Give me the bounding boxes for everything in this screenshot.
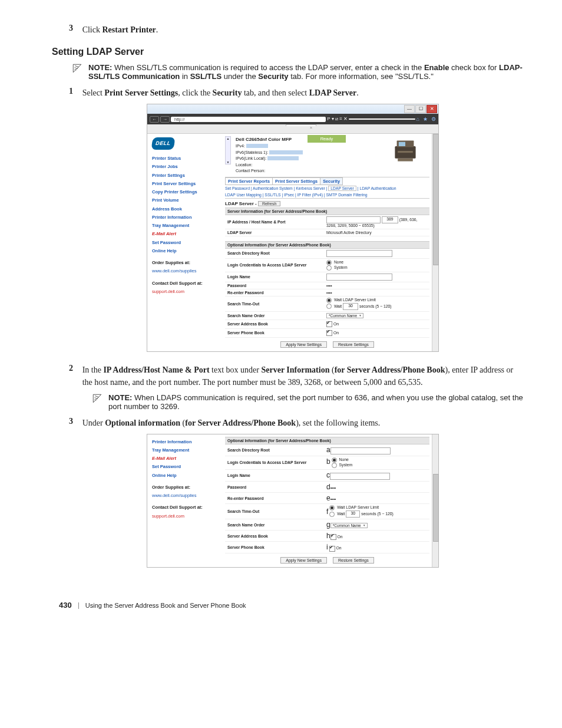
device-info: Dell C2665dnf Color MFP IPv4: 000.000.0.…	[236, 136, 303, 174]
radio-wait-srv[interactable]	[329, 505, 335, 510]
port-input[interactable]: 389	[382, 216, 398, 223]
order-supplies-link[interactable]: www.dell.com/supplies	[152, 267, 223, 275]
contact-dell-link[interactable]: support.dell.com	[152, 512, 223, 521]
contact-dell-label: Contact Dell Support at:	[152, 279, 223, 288]
sidebar-item-email-alert[interactable]: E-Mail Alert	[152, 230, 223, 238]
scrollbar[interactable]: ▲▼	[225, 136, 231, 164]
radio-wait-srv[interactable]	[326, 298, 332, 303]
page-number: 430	[59, 601, 72, 610]
order-supplies-label: Order Supplies at:	[152, 259, 223, 267]
note-block: NOTE: When SSL/TLS communication is requ…	[72, 63, 527, 81]
callout-h: h	[326, 532, 330, 540]
refresh-button[interactable]: Refresh	[258, 201, 281, 206]
sidebar-item-printer-jobs[interactable]: Printer Jobs	[152, 163, 223, 171]
screenshot-optional-info: Printer Information Tray Management E-Ma…	[147, 434, 439, 568]
login-input[interactable]	[326, 274, 392, 281]
search-name-order-select[interactable]: *Common Name	[326, 313, 363, 318]
radio-system[interactable]	[326, 265, 332, 271]
chk-spb[interactable]	[326, 330, 332, 336]
repassword-input[interactable]: ••••	[326, 291, 332, 295]
sidebar-item-print-server-settings[interactable]: Print Server Settings	[152, 180, 223, 188]
radio-none[interactable]	[332, 457, 337, 463]
home-icon[interactable]: ⌂	[416, 116, 419, 122]
note-icon	[92, 393, 103, 406]
sidebar-item-printer-status[interactable]: Printer Status	[152, 154, 223, 163]
wait-input[interactable]: 30	[346, 510, 360, 518]
chk-sab[interactable]	[330, 534, 336, 540]
sidebar-item-print-volume[interactable]: Print Volume	[152, 196, 223, 205]
fwd-button[interactable]: →	[160, 116, 170, 123]
sidebar-item-online-help[interactable]: Online Help	[152, 247, 223, 255]
restore-button[interactable]: Restore Settings	[333, 341, 374, 348]
note-label: NOTE:	[108, 393, 132, 402]
optional-info-table: Optional Information (for Server Address…	[225, 437, 429, 554]
sublinks-row1: Set Password | Authentication System | K…	[225, 185, 429, 192]
sidebar-item-copy-printer-settings[interactable]: Copy Printer Settings	[152, 188, 223, 196]
contact-dell-link[interactable]: support.dell.com	[152, 288, 223, 296]
button-row: Apply New Settings Restore Settings	[225, 338, 429, 351]
sublink-ldap-server[interactable]: LDAP Server	[328, 186, 356, 191]
password-input[interactable]: ••••	[326, 284, 332, 288]
row-ldapsrv-value: Microsoft Active Directory	[324, 229, 429, 236]
gear-icon[interactable]: ⚙	[431, 116, 436, 122]
search-name-order-select[interactable]: *Common Name	[330, 523, 368, 528]
sidebar-item-email-alert[interactable]: E-Mail Alert	[152, 454, 223, 463]
max-button[interactable]: ☐	[415, 105, 426, 113]
close-icon[interactable]: ×	[310, 126, 312, 130]
login-input[interactable]	[330, 473, 390, 480]
radio-wait[interactable]	[329, 512, 335, 517]
scrollbar[interactable]	[432, 434, 438, 567]
inner-tabs: Print Server Reports Print Server Settin…	[225, 177, 429, 185]
host-input[interactable]	[326, 216, 381, 223]
th-optional: Optional Information (for Server Address…	[225, 437, 429, 444]
callout-a: a	[326, 446, 330, 454]
step-number: 2	[59, 364, 73, 373]
sidebar-item-tray-management[interactable]: Tray Management	[152, 446, 223, 454]
password-input[interactable]: ••••	[330, 486, 336, 490]
wait-input[interactable]: 30	[343, 303, 358, 310]
callout-e: e	[326, 494, 330, 502]
sidebar-item-printer-information[interactable]: Printer Information	[152, 213, 223, 222]
sublinks-row2: LDAP User Mapping | SSL/TLS | IPsec | IP…	[225, 192, 429, 199]
section-heading: Setting LDAP Server	[52, 47, 527, 57]
row-ip-label: IP Address / Host Name & Port	[225, 215, 324, 229]
order-supplies-link[interactable]: www.dell.com/supplies	[152, 492, 223, 500]
apply-button[interactable]: Apply New Settings	[280, 557, 327, 564]
radio-wait[interactable]	[326, 304, 332, 309]
sidebar-item-tray-management[interactable]: Tray Management	[152, 222, 223, 230]
tab-print-server-settings[interactable]: Print Server Settings	[272, 177, 320, 185]
sidebar-item-printer-settings[interactable]: Printer Settings	[152, 172, 223, 180]
sidebar-item-online-help[interactable]: Online Help	[152, 472, 223, 480]
star-icon[interactable]: ★	[423, 116, 428, 122]
address-tab[interactable]	[349, 118, 415, 120]
browser-tab[interactable]: ×	[286, 124, 316, 126]
repassword-input[interactable]: ••••	[330, 497, 336, 501]
sdr-input[interactable]	[330, 447, 391, 454]
sidebar-item-address-book[interactable]: Address Book	[152, 205, 223, 213]
tabstrip: ×	[147, 124, 438, 134]
apply-button[interactable]: Apply New Settings	[280, 341, 327, 348]
address-bar[interactable]: http://	[171, 117, 326, 122]
chk-sab[interactable]	[326, 321, 332, 327]
svg-rect-2	[399, 142, 405, 146]
restore-button[interactable]: Restore Settings	[333, 557, 374, 564]
sidebar-item-printer-information[interactable]: Printer Information	[152, 438, 223, 446]
sidebar-item-set-password[interactable]: Set Password	[152, 463, 223, 471]
radio-none[interactable]	[326, 260, 332, 265]
tab-print-server-reports[interactable]: Print Server Reports	[225, 177, 273, 185]
close-button[interactable]: ✕	[427, 105, 437, 113]
svg-rect-3	[398, 159, 413, 162]
radio-system[interactable]	[332, 463, 337, 468]
sidebar-item-set-password[interactable]: Set Password	[152, 239, 223, 247]
server-info-table: Server Information (for Server Address/P…	[225, 207, 429, 236]
note-block: NOTE: When LDAPS communication is requir…	[92, 393, 527, 411]
step-text: Click Restart Printer.	[82, 24, 524, 36]
back-button[interactable]: ←	[150, 116, 159, 123]
scrollbar[interactable]	[432, 134, 438, 351]
min-button[interactable]: —	[404, 105, 415, 113]
tab-security[interactable]: Security	[320, 177, 343, 185]
sdr-input[interactable]	[326, 250, 392, 257]
chk-spb[interactable]	[329, 546, 335, 552]
callout-g: g	[326, 521, 330, 529]
main-panel: ▲▼ Dell C2665dnf Color MFP IPv4: 000.000…	[225, 134, 432, 351]
